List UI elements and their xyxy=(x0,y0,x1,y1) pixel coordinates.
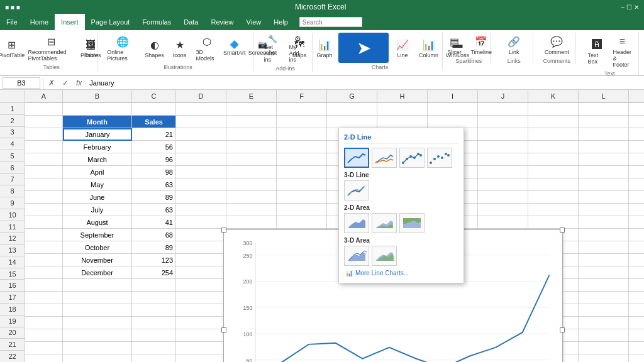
chart-resize-w[interactable] xyxy=(221,327,226,332)
header-footer-btn[interactable]: ≡ Header & Footer xyxy=(611,33,635,69)
cell-c13[interactable]: 123 xyxy=(132,254,176,266)
cell-m2[interactable] xyxy=(629,116,644,128)
comment-btn[interactable]: 💬 Comment xyxy=(542,33,572,57)
tab-data[interactable]: Data xyxy=(177,14,204,30)
cell-b8[interactable]: June xyxy=(63,191,132,204)
cell-a1[interactable] xyxy=(25,103,63,116)
cell-a2[interactable] xyxy=(25,116,63,128)
cell-b10[interactable]: August xyxy=(63,216,132,229)
chart-resize-nw[interactable] xyxy=(221,228,226,233)
cell-f4[interactable] xyxy=(277,141,327,153)
area-3d-btn-2[interactable] xyxy=(372,246,397,266)
recommended-pivot-btn[interactable]: ⊟ Recommended PivotTables xyxy=(26,33,77,63)
cell-b12[interactable]: October xyxy=(63,241,132,254)
cell-l1[interactable] xyxy=(579,103,629,116)
cell-c7[interactable]: 63 xyxy=(132,178,176,191)
graph-btn[interactable]: 📊 Graph xyxy=(313,36,336,60)
cell-c9[interactable]: 63 xyxy=(132,204,176,216)
cell-m1[interactable] xyxy=(629,103,644,116)
cell-b6[interactable]: April xyxy=(63,166,132,178)
tab-formulas[interactable]: Formulas xyxy=(136,14,177,30)
cell-c4[interactable]: 56 xyxy=(132,141,176,153)
cell-g2[interactable] xyxy=(327,116,377,128)
smartart-btn[interactable]: 🔷 SmartArt xyxy=(223,38,246,57)
cell-reference[interactable] xyxy=(3,77,40,89)
chart-resize-e[interactable] xyxy=(560,327,565,332)
cell-e3[interactable] xyxy=(226,128,277,141)
function-wizard[interactable]: fx xyxy=(74,79,84,87)
column-btn[interactable]: 📊 Column xyxy=(416,36,441,60)
cell-h1[interactable] xyxy=(377,103,428,116)
cell-b14[interactable]: December xyxy=(63,266,132,279)
cell-b3[interactable]: January xyxy=(63,128,132,141)
text-box-btn[interactable]: 🅰 Text Box xyxy=(586,36,608,66)
tab-file[interactable]: File xyxy=(0,14,24,30)
cell-e4[interactable] xyxy=(226,141,277,153)
icons-btn[interactable]: ★ Icons xyxy=(169,36,191,60)
formula-input[interactable] xyxy=(87,79,641,87)
chart-type-dropdown[interactable]: 2-D Line xyxy=(338,128,464,283)
area-3d-btn-1[interactable] xyxy=(344,246,369,266)
cell-c6[interactable]: 98 xyxy=(132,166,176,178)
pictures-btn[interactable]: 🖼 Pictures xyxy=(79,36,102,60)
cell-c2[interactable]: Sales xyxy=(132,116,176,128)
tab-view[interactable]: View xyxy=(240,14,268,30)
cell-k1[interactable] xyxy=(528,103,579,116)
chart-resize-ne[interactable] xyxy=(560,228,565,233)
cell-j1[interactable] xyxy=(478,103,528,116)
online-pictures-btn[interactable]: 🌐 Online Pictures xyxy=(104,33,140,63)
line-2d-btn-1[interactable] xyxy=(344,148,369,168)
cell-k2[interactable] xyxy=(528,116,579,128)
more-line-charts-link[interactable]: 📊 More Line Charts... xyxy=(344,268,458,278)
tab-help[interactable]: Help xyxy=(267,14,294,30)
tab-pagelayout[interactable]: Page Layout xyxy=(85,14,136,30)
cell-l3[interactable] xyxy=(579,128,629,141)
timeline-btn[interactable]: 📅 Timeline xyxy=(468,33,494,57)
cell-a3[interactable] xyxy=(25,128,63,141)
cell-f3[interactable] xyxy=(277,128,327,141)
cell-h2[interactable] xyxy=(377,116,428,128)
cell-c8[interactable]: 89 xyxy=(132,191,176,204)
cell-i1[interactable] xyxy=(428,103,478,116)
shapes-btn[interactable]: ◐ Shapes xyxy=(143,36,166,60)
3d-models-btn[interactable]: ⬡ 3D Models xyxy=(194,33,221,63)
search-input[interactable] xyxy=(299,17,362,27)
cell-e2[interactable] xyxy=(226,116,277,128)
cell-m3[interactable] xyxy=(629,128,644,141)
cell-c12[interactable]: 89 xyxy=(132,241,176,254)
area-2d-btn-2[interactable] xyxy=(372,213,397,233)
line-2d-btn-3[interactable] xyxy=(399,148,425,168)
cell-c11[interactable]: 68 xyxy=(132,229,176,241)
cell-j2[interactable] xyxy=(478,116,528,128)
cell-b1[interactable] xyxy=(63,103,132,116)
cell-d1[interactable] xyxy=(176,103,226,116)
line-btn[interactable]: 📈 Line xyxy=(391,36,414,60)
cell-b13[interactable]: November xyxy=(63,254,132,266)
recommended-charts-btn[interactable]: ➤ xyxy=(338,33,389,63)
cell-b4[interactable]: February xyxy=(63,141,132,153)
cell-e1[interactable] xyxy=(226,103,277,116)
cell-k3[interactable] xyxy=(528,128,579,141)
formula-cancel[interactable]: ✗ xyxy=(46,79,57,87)
cell-c14[interactable]: 254 xyxy=(132,266,176,279)
cell-g1[interactable] xyxy=(327,103,377,116)
cell-b11[interactable]: September xyxy=(63,229,132,241)
maps-btn[interactable]: 🗺 Maps xyxy=(288,36,311,60)
cell-f1[interactable] xyxy=(277,103,327,116)
cell-b7[interactable]: May xyxy=(63,178,132,191)
tab-review[interactable]: Review xyxy=(204,14,240,30)
line-2d-btn-2[interactable] xyxy=(372,148,397,168)
cell-c5[interactable]: 96 xyxy=(132,153,176,166)
area-2d-btn-1[interactable] xyxy=(344,213,369,233)
line-2d-btn-4[interactable] xyxy=(427,148,452,168)
cell-c3[interactable]: 21 xyxy=(132,128,176,141)
cell-d3[interactable] xyxy=(176,128,226,141)
area-2d-btn-3[interactable] xyxy=(399,213,425,233)
cell-d4[interactable] xyxy=(176,141,226,153)
cell-i2[interactable] xyxy=(428,116,478,128)
link-btn[interactable]: 🔗 Link xyxy=(502,33,525,57)
cell-l2[interactable] xyxy=(579,116,629,128)
get-addins-btn[interactable]: 🔧 Get Add-ins xyxy=(262,33,284,64)
cell-b5[interactable]: March xyxy=(63,153,132,166)
cell-a4[interactable] xyxy=(25,141,63,153)
